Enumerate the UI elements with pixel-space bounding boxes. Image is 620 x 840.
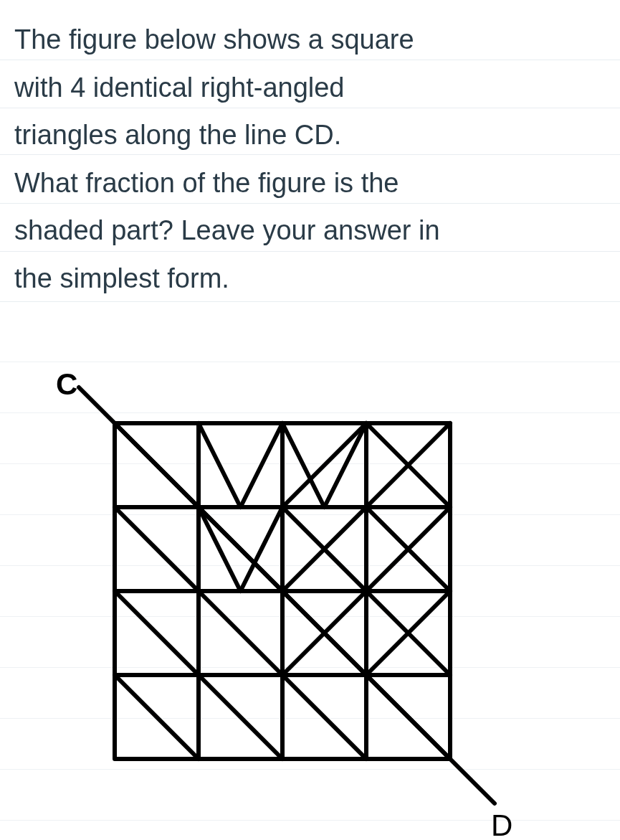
figure: C D bbox=[22, 359, 523, 840]
svg-line-16 bbox=[115, 507, 199, 591]
svg-line-31 bbox=[199, 675, 282, 759]
problem-line: with 4 identical right-angled bbox=[14, 64, 606, 112]
svg-line-17 bbox=[199, 507, 282, 591]
svg-line-30 bbox=[115, 675, 199, 759]
svg-line-11 bbox=[282, 423, 366, 507]
svg-line-25 bbox=[199, 591, 282, 675]
problem-line: What fraction of the figure is the bbox=[14, 159, 606, 207]
svg-line-8 bbox=[115, 423, 199, 507]
problem-line: shaded part? Leave your answer in bbox=[14, 207, 606, 255]
problem-line: triangles along the line CD. bbox=[14, 111, 606, 159]
label-d: D bbox=[491, 808, 512, 840]
svg-line-32 bbox=[282, 675, 366, 759]
svg-line-10 bbox=[241, 423, 283, 507]
svg-line-13 bbox=[325, 423, 367, 507]
figure-area: C D bbox=[0, 308, 620, 840]
problem-text: The figure below shows a square with 4 i… bbox=[14, 16, 606, 302]
svg-line-18 bbox=[199, 507, 241, 591]
svg-line-33 bbox=[366, 675, 450, 759]
label-c: C bbox=[56, 367, 77, 401]
svg-line-9 bbox=[199, 423, 241, 507]
problem-line: the simplest form. bbox=[14, 255, 606, 303]
figure-svg: C D bbox=[22, 359, 523, 840]
svg-line-12 bbox=[282, 423, 325, 507]
svg-line-24 bbox=[115, 591, 199, 675]
problem-line: The figure below shows a square bbox=[14, 16, 606, 64]
svg-line-19 bbox=[241, 507, 283, 591]
